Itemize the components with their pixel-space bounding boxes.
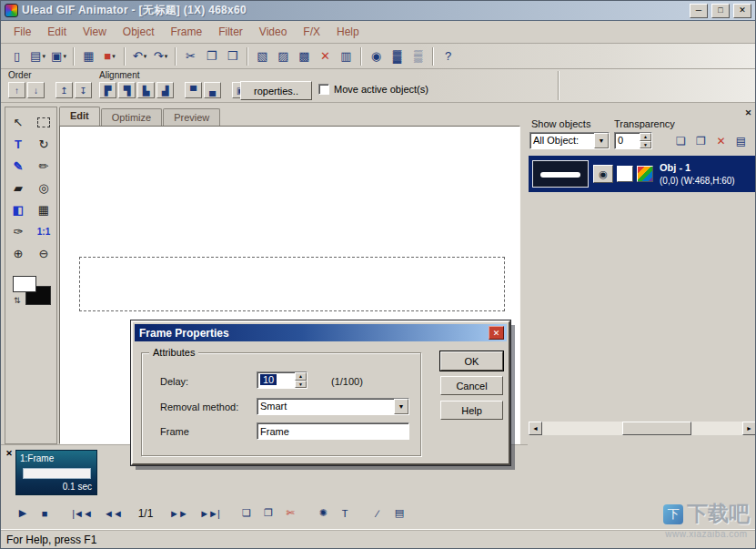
- move-active-object-checkbox[interactable]: Move active object(s): [318, 84, 428, 95]
- zoom-in-tool[interactable]: ⊕: [6, 243, 30, 263]
- bring-to-front-button[interactable]: ↥: [55, 82, 73, 98]
- fill-tool[interactable]: ◧: [6, 199, 30, 219]
- save-button[interactable]: ▣▾: [48, 46, 69, 66]
- context-help-button[interactable]: ?: [438, 46, 459, 66]
- frame-strip-close-icon[interactable]: ✕: [4, 448, 15, 459]
- lasso-tool[interactable]: ◎: [32, 178, 55, 198]
- spin-down-icon[interactable]: ▼: [640, 141, 651, 149]
- stop-button[interactable]: ■: [34, 503, 55, 524]
- swap-colors-icon[interactable]: ⇅: [14, 296, 21, 305]
- spin-down-icon[interactable]: ▼: [295, 381, 307, 389]
- frame-name-input[interactable]: [257, 422, 409, 440]
- zoom-out-tool[interactable]: ⊖: [32, 243, 55, 263]
- align-top-button[interactable]: ▙: [137, 82, 155, 98]
- paste-button[interactable]: ❒: [222, 46, 243, 66]
- delay-spinner[interactable]: 10 ▲ ▼: [257, 371, 307, 389]
- pointer-tool[interactable]: ↖: [6, 112, 30, 132]
- transform-tool[interactable]: ↻: [32, 134, 55, 154]
- new-object-button[interactable]: ❏: [671, 132, 690, 149]
- menu-edit[interactable]: Edit: [40, 23, 74, 41]
- insert-frame-button[interactable]: ▩: [294, 46, 315, 66]
- tab-optimize[interactable]: Optimize: [101, 108, 162, 126]
- dialog-title-bar[interactable]: Frame Properties ✕: [135, 324, 507, 341]
- object-white-swatch[interactable]: [617, 166, 633, 182]
- center-horizontally-button[interactable]: ▀: [185, 82, 202, 98]
- menu-help[interactable]: Help: [329, 23, 367, 41]
- menu-object[interactable]: Object: [116, 23, 162, 41]
- scrollbar-thumb[interactable]: [622, 422, 691, 435]
- frame-thumbnail-cell[interactable]: 1:Frame 0.1 sec: [15, 450, 97, 495]
- text-tool[interactable]: T: [6, 134, 30, 154]
- add-text-button[interactable]: T: [334, 503, 356, 524]
- menu-filter[interactable]: Filter: [211, 23, 250, 41]
- new-button[interactable]: ▯: [6, 46, 27, 66]
- scrollbar-track[interactable]: [542, 422, 742, 435]
- redo-button[interactable]: ↷▾: [150, 46, 171, 66]
- onion-skin-button[interactable]: ∕: [367, 503, 388, 524]
- open-button[interactable]: ▤▾: [27, 46, 48, 66]
- play-button[interactable]: ▶: [12, 503, 34, 524]
- object-panel-scrollbar[interactable]: ◄ ►: [529, 422, 756, 435]
- dialog-close-icon[interactable]: ✕: [489, 326, 504, 340]
- properties-button[interactable]: roperties..: [240, 81, 312, 100]
- copy-button[interactable]: ❐: [201, 46, 222, 66]
- preview-in-browser-button[interactable]: ◉: [366, 46, 387, 66]
- duplicate-frame-button[interactable]: ❐: [257, 503, 279, 524]
- marquee-select-tool[interactable]: [32, 112, 55, 132]
- cancel-button[interactable]: Cancel: [440, 376, 503, 395]
- eraser-tool[interactable]: ▰: [6, 178, 30, 198]
- eyedropper-tool[interactable]: ✑: [6, 221, 30, 241]
- removal-method-select[interactable]: Smart ▼: [257, 398, 409, 415]
- chevron-down-icon[interactable]: ▼: [594, 133, 609, 148]
- actual-size-tool[interactable]: 1:1: [32, 221, 55, 241]
- tab-preview[interactable]: Preview: [163, 108, 220, 126]
- object-list-item[interactable]: ◉ Obj - 1 (0,0) (W:468,H:60): [529, 156, 756, 192]
- foreground-color-swatch[interactable]: [13, 276, 36, 292]
- canvas-frame-selection[interactable]: [79, 257, 505, 311]
- cut-button[interactable]: ✂: [180, 46, 201, 66]
- frame-properties-button[interactable]: ▤: [388, 503, 410, 524]
- undo-button[interactable]: ↶▾: [129, 46, 150, 66]
- add-image-button[interactable]: ▧: [252, 46, 273, 66]
- first-frame-button[interactable]: |◄◄: [66, 503, 97, 524]
- center-vertically-button[interactable]: ▄: [204, 82, 221, 98]
- object-manager-button[interactable]: ▤: [731, 132, 751, 149]
- menu-file[interactable]: File: [6, 23, 38, 41]
- next-frame-button[interactable]: ►►: [163, 503, 194, 524]
- menu-fx[interactable]: F/X: [296, 23, 328, 41]
- close-button[interactable]: ✕: [733, 4, 751, 18]
- spin-up-icon[interactable]: ▲: [295, 372, 307, 381]
- image-wizard-button[interactable]: ▦: [78, 46, 99, 66]
- menu-video[interactable]: Video: [252, 23, 294, 41]
- scroll-left-icon[interactable]: ◄: [529, 422, 542, 435]
- visibility-eye-icon[interactable]: ◉: [593, 165, 613, 183]
- ok-button[interactable]: OK: [440, 351, 503, 371]
- align-left-button[interactable]: ▛: [99, 82, 116, 98]
- delete-frame-button[interactable]: ✄: [279, 503, 301, 524]
- add-effect-button[interactable]: ✺: [312, 503, 334, 524]
- align-right-button[interactable]: ▜: [118, 82, 136, 98]
- duplicate-object-button[interactable]: ❐: [691, 132, 711, 149]
- object-color-swatch[interactable]: [637, 166, 653, 182]
- align-bottom-button[interactable]: ▟: [156, 82, 174, 98]
- last-frame-button[interactable]: ►►|: [194, 503, 225, 524]
- minimize-button[interactable]: ─: [690, 4, 708, 18]
- help-button[interactable]: Help: [440, 401, 503, 420]
- extract-frames-button[interactable]: ▥: [336, 46, 357, 66]
- paintbrush-tool[interactable]: ✎: [6, 156, 30, 176]
- spin-up-icon[interactable]: ▲: [640, 133, 651, 141]
- pattern-fill-tool[interactable]: ▦: [32, 199, 55, 219]
- maximize-button[interactable]: □: [711, 4, 730, 18]
- scroll-right-icon[interactable]: ►: [742, 422, 756, 435]
- delete-button[interactable]: ✕: [315, 46, 336, 66]
- move-forward-button[interactable]: ↑: [8, 82, 25, 98]
- delete-object-button[interactable]: ✕: [711, 132, 731, 149]
- add-frame-button[interactable]: ❏: [236, 503, 257, 524]
- optimization-wizard-button[interactable]: ▒: [408, 46, 428, 66]
- tab-edit[interactable]: Edit: [59, 107, 100, 126]
- object-filter-select[interactable]: All Object: ▼: [529, 132, 610, 149]
- send-to-back-button[interactable]: ↧: [75, 82, 92, 98]
- panel-close-icon[interactable]: ✕: [742, 107, 754, 118]
- previous-frame-button[interactable]: ◄◄: [97, 503, 128, 524]
- fill-color-button[interactable]: ■▾: [99, 46, 120, 66]
